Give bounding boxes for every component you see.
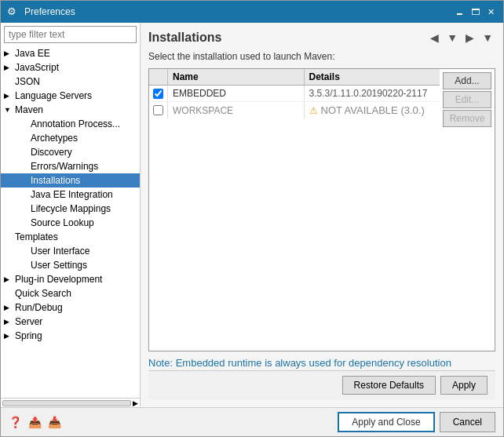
sidebar-item-installations[interactable]: Installations bbox=[1, 173, 140, 188]
minimize-button[interactable]: 🗕 bbox=[453, 5, 466, 18]
footer-buttons: Apply and Close Cancel bbox=[338, 412, 495, 432]
cell-details-workspace: ⚠ NOT AVAILABLE (3.0.) bbox=[305, 102, 440, 118]
chevron-right-icon: ▶ bbox=[4, 49, 13, 57]
maximize-button[interactable]: 🗖 bbox=[469, 5, 481, 18]
sidebar-item-server[interactable]: ▶ Server bbox=[1, 315, 140, 329]
chevron-right-icon: ▶ bbox=[4, 332, 13, 340]
side-buttons: Add... Edit... Remove bbox=[440, 69, 495, 351]
search-input[interactable] bbox=[4, 26, 137, 43]
chevron-down-icon: ▼ bbox=[4, 106, 13, 114]
window-controls: 🗕 🗖 ✕ bbox=[453, 5, 497, 18]
sidebar-item-discovery[interactable]: Discovery bbox=[1, 145, 140, 159]
chevron-right-icon: ▶ bbox=[4, 318, 13, 326]
preferences-icon: ⚙ bbox=[7, 5, 20, 18]
footer-icons: ❓ 📤 📥 bbox=[9, 416, 61, 428]
sidebar-item-plugin-development[interactable]: ▶ Plug-in Development bbox=[1, 272, 140, 286]
sidebar-item-user-interface[interactable]: User Interface bbox=[1, 244, 140, 258]
add-button[interactable]: Add... bbox=[443, 72, 491, 89]
sidebar-item-archetypes[interactable]: Archetypes bbox=[1, 131, 140, 145]
content-description: Select the installation used to launch M… bbox=[148, 51, 495, 62]
sidebar-item-javascript[interactable]: ▶ JavaScript bbox=[1, 60, 140, 75]
checkbox-embedded[interactable] bbox=[153, 89, 163, 99]
table-header: Name Details bbox=[149, 69, 440, 86]
forward-button[interactable]: ▶ bbox=[463, 31, 477, 45]
row-checkbox-embedded[interactable] bbox=[149, 86, 168, 101]
apply-and-close-button[interactable]: Apply and Close bbox=[338, 412, 434, 432]
installations-table-wrapper: Name Details EMBEDDED 3.5.3/1.11.0.20190… bbox=[148, 68, 495, 351]
chevron-right-icon: ▶ bbox=[4, 304, 13, 311]
sidebar-item-lifecycle-mappings[interactable]: Lifecycle Mappings bbox=[1, 202, 140, 216]
remove-button[interactable]: Remove bbox=[443, 110, 491, 127]
edit-button[interactable]: Edit... bbox=[443, 91, 491, 108]
table-row: EMBEDDED 3.5.3/1.11.0.20190220-2117 bbox=[149, 86, 440, 102]
bottom-bar: Restore Defaults Apply bbox=[148, 370, 495, 399]
sidebar-item-quick-search[interactable]: Quick Search bbox=[1, 286, 140, 300]
scroll-right-icon[interactable]: ▶ bbox=[133, 399, 138, 407]
content-header: Installations ◀ ▼ ▶ ▼ bbox=[148, 31, 495, 45]
nav-dropdown-button[interactable]: ▼ bbox=[444, 31, 460, 45]
cell-name-workspace: WORKSPACE bbox=[168, 103, 305, 118]
chevron-right-icon: ▶ bbox=[4, 92, 13, 100]
sidebar-item-source-lookup[interactable]: Source Lookup bbox=[1, 216, 140, 230]
export-icon[interactable]: 📤 bbox=[28, 416, 42, 428]
content-panel: Installations ◀ ▼ ▶ ▼ Select the install… bbox=[141, 23, 503, 407]
restore-defaults-button[interactable]: Restore Defaults bbox=[342, 376, 436, 395]
apply-button[interactable]: Apply bbox=[440, 376, 488, 395]
title-bar: ⚙ Preferences 🗕 🗖 ✕ bbox=[1, 1, 503, 23]
installations-table: Name Details EMBEDDED 3.5.3/1.11.0.20190… bbox=[149, 69, 440, 351]
nav-buttons: ◀ ▼ ▶ ▼ bbox=[428, 31, 495, 45]
sidebar-item-maven[interactable]: ▼ Maven bbox=[1, 103, 140, 117]
help-icon[interactable]: ❓ bbox=[9, 416, 22, 428]
sidebar-tree: ▶ Java EE ▶ JavaScript JSON ▶ Language S… bbox=[1, 46, 140, 398]
chevron-right-icon: ▶ bbox=[4, 64, 13, 71]
cell-name-embedded: EMBEDDED bbox=[168, 86, 305, 101]
row-checkbox-workspace[interactable] bbox=[149, 103, 168, 118]
th-checkbox bbox=[149, 69, 168, 85]
checkbox-workspace[interactable] bbox=[153, 105, 163, 115]
sidebar-item-java-ee-integration[interactable]: Java EE Integration bbox=[1, 188, 140, 202]
page-title: Installations bbox=[148, 31, 221, 45]
sidebar-item-annotation-process[interactable]: Annotation Process... bbox=[1, 117, 140, 131]
table-row: WORKSPACE ⚠ NOT AVAILABLE (3.0.) bbox=[149, 102, 440, 118]
window-title: Preferences bbox=[24, 6, 453, 17]
forward-dropdown-button[interactable]: ▼ bbox=[480, 31, 495, 45]
th-details: Details bbox=[305, 69, 440, 85]
sidebar-item-language-servers[interactable]: ▶ Language Servers bbox=[1, 89, 140, 103]
sidebar-item-templates[interactable]: Templates bbox=[1, 230, 140, 244]
warning-icon: ⚠ bbox=[309, 105, 318, 116]
close-button[interactable]: ✕ bbox=[484, 5, 497, 18]
back-button[interactable]: ◀ bbox=[428, 31, 441, 45]
note-label: Note: Embedded runtime is always used fo… bbox=[148, 357, 451, 369]
sidebar-item-user-settings[interactable]: User Settings bbox=[1, 258, 140, 272]
cell-details-embedded: 3.5.3/1.11.0.20190220-2117 bbox=[305, 86, 440, 101]
sidebar-item-spring[interactable]: ▶ Spring bbox=[1, 329, 140, 343]
sidebar-scrollbar[interactable] bbox=[2, 400, 131, 406]
th-name: Name bbox=[168, 69, 305, 85]
sidebar-item-json[interactable]: JSON bbox=[1, 75, 140, 89]
sidebar-item-errors-warnings[interactable]: Errors/Warnings bbox=[1, 159, 140, 173]
chevron-right-icon: ▶ bbox=[4, 275, 13, 283]
note-text: Note: Embedded runtime is always used fo… bbox=[148, 356, 495, 370]
cancel-button[interactable]: Cancel bbox=[440, 412, 495, 432]
sidebar: ▶ Java EE ▶ JavaScript JSON ▶ Language S… bbox=[1, 23, 141, 407]
import-icon[interactable]: 📥 bbox=[48, 416, 61, 428]
sidebar-item-java-ee[interactable]: ▶ Java EE bbox=[1, 46, 140, 60]
footer-bar: ❓ 📤 📥 Apply and Close Cancel bbox=[1, 407, 503, 436]
sidebar-scrollbar-area: ▶ bbox=[1, 398, 140, 407]
main-area: ▶ Java EE ▶ JavaScript JSON ▶ Language S… bbox=[1, 23, 503, 407]
sidebar-item-run-debug[interactable]: ▶ Run/Debug bbox=[1, 300, 140, 315]
